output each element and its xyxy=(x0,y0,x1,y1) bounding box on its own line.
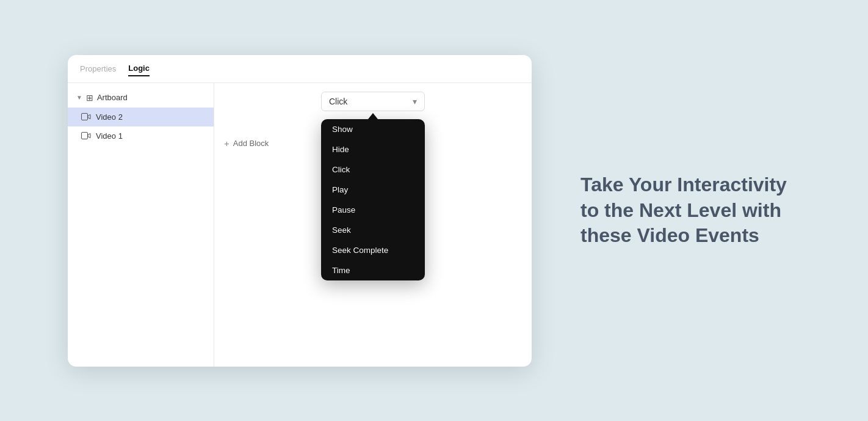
collapse-icon: ▼ xyxy=(76,94,82,101)
sidebar-video2-label: Video 2 xyxy=(96,112,123,122)
dropdown-menu: Show Hide Click Play Pause Seek Seek Com… xyxy=(321,119,425,280)
page-wrapper: Properties Logic ▼ ⊞ Artboard xyxy=(68,55,800,367)
dropdown-trigger[interactable]: Click ▾ xyxy=(321,92,425,111)
panel-body: ▼ ⊞ Artboard Video 2 xyxy=(68,83,532,367)
tab-logic[interactable]: Logic xyxy=(128,61,150,76)
panel-tabs: Properties Logic xyxy=(68,55,532,83)
artboard-icon: ⊞ xyxy=(86,93,93,103)
tab-properties[interactable]: Properties xyxy=(80,62,116,76)
sidebar-artboard-header[interactable]: ▼ ⊞ Artboard xyxy=(68,88,214,108)
video2-icon xyxy=(81,113,91,120)
menu-item-click[interactable]: Click xyxy=(321,159,425,180)
ui-panel: Properties Logic ▼ ⊞ Artboard xyxy=(68,55,532,367)
sidebar-video1-label: Video 1 xyxy=(96,131,123,141)
dropdown-wrapper: Click ▾ Show Hide Click Play Pause Seek … xyxy=(321,92,425,280)
dropdown-caret xyxy=(368,113,378,119)
promo-line2: to the Next Level with xyxy=(580,199,781,221)
promo-line3: these Video Events xyxy=(580,224,759,246)
menu-item-time[interactable]: Time xyxy=(321,260,425,280)
sidebar: ▼ ⊞ Artboard Video 2 xyxy=(68,83,214,367)
chevron-down-icon: ▾ xyxy=(413,97,417,106)
menu-item-play[interactable]: Play xyxy=(321,180,425,200)
artboard-label: Artboard xyxy=(97,93,128,102)
menu-item-show[interactable]: Show xyxy=(321,119,425,139)
dropdown-selected-label: Click xyxy=(329,97,347,106)
content-area: Click ▾ Show Hide Click Play Pause Seek … xyxy=(214,83,532,367)
sidebar-item-video1[interactable]: Video 1 xyxy=(68,126,214,145)
video1-icon xyxy=(81,132,91,139)
menu-item-seek-complete[interactable]: Seek Complete xyxy=(321,240,425,260)
add-block-label: Add Block xyxy=(233,139,269,148)
promo-heading: Take Your Interactivity to the Next Leve… xyxy=(580,172,788,249)
promo-line1: Take Your Interactivity xyxy=(580,174,787,196)
sidebar-item-video2[interactable]: Video 2 xyxy=(68,108,214,126)
plus-icon: + xyxy=(224,138,230,148)
menu-item-hide[interactable]: Hide xyxy=(321,139,425,159)
svg-rect-0 xyxy=(82,114,88,120)
menu-item-seek[interactable]: Seek xyxy=(321,220,425,240)
menu-item-pause[interactable]: Pause xyxy=(321,200,425,220)
promo-text-section: Take Your Interactivity to the Next Leve… xyxy=(580,172,788,249)
add-block-button[interactable]: + Add Block xyxy=(224,138,269,148)
svg-rect-1 xyxy=(82,133,88,139)
